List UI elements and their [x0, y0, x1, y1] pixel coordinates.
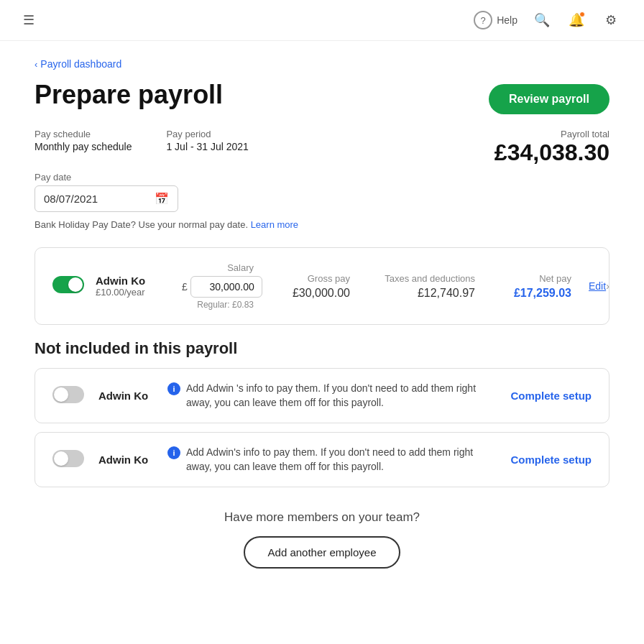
pay-schedule-block: Pay schedule Monthly pay schedule — [34, 129, 132, 152]
bank-holiday-text: Bank Holiday Pay Date? Use your normal p… — [34, 219, 248, 230]
edit-link[interactable]: Edit — [589, 280, 606, 292]
main-content: ‹ Payroll dashboard Prepare payroll Revi… — [0, 41, 644, 615]
salary-input[interactable] — [190, 276, 262, 298]
not-included-toggle-2[interactable] — [52, 450, 84, 467]
payroll-total-value: £34,038.30 — [494, 139, 610, 166]
notification-dot — [579, 12, 585, 17]
pay-date-input[interactable]: 08/07/2021 📅 — [34, 185, 178, 212]
employee-name: Adwin Ko — [96, 275, 182, 287]
bank-holiday-note: Bank Holiday Pay Date? Use your normal p… — [34, 219, 610, 230]
edit-chevron-icon: › — [606, 280, 610, 292]
pay-date-row: Pay date 08/07/2021 📅 — [34, 172, 610, 212]
payroll-total-block: Payroll total £34,038.30 — [494, 129, 610, 166]
employee-toggle[interactable] — [52, 276, 84, 293]
taxes-value: £12,740.97 — [367, 287, 475, 300]
learn-more-link[interactable]: Learn more — [251, 219, 298, 230]
bottom-cta: Have more members on your team? Add anot… — [34, 510, 610, 597]
not-included-info-2: i Add Adwin's info to pay them. If you d… — [167, 446, 499, 474]
salary-header: Salary — [182, 262, 254, 273]
pay-period-block: Pay period 1 Jul - 31 Jul 2021 — [166, 129, 248, 152]
help-icon: ? — [474, 11, 492, 29]
hamburger-icon[interactable]: ☰ — [23, 12, 34, 28]
employee-row: Adwin Ko £10.00/year Salary £ Regular: £… — [52, 262, 592, 310]
net-pay-header: Net pay — [492, 273, 571, 284]
complete-setup-button-1[interactable]: Complete setup — [510, 390, 592, 402]
help-link[interactable]: ? Help — [474, 11, 518, 29]
breadcrumb-arrow: ‹ — [34, 59, 37, 70]
complete-setup-button-2[interactable]: Complete setup — [510, 454, 592, 466]
salary-col: Salary £ Regular: £0.83 — [182, 262, 254, 310]
page-title: Prepare payroll — [34, 80, 223, 110]
pay-schedule-value: Monthly pay schedule — [34, 141, 132, 152]
pay-date-value: 08/07/2021 — [44, 193, 98, 205]
info-icon-1: i — [167, 382, 180, 395]
gross-pay-col: Gross pay £30,000.00 — [271, 273, 350, 300]
gross-pay-header: Gross pay — [271, 273, 350, 284]
pay-schedule-label: Pay schedule — [34, 129, 132, 139]
page-title-row: Prepare payroll Review payroll — [34, 80, 610, 114]
not-included-toggle-col-2 — [52, 450, 84, 470]
salary-regular: Regular: £0.83 — [182, 300, 254, 310]
settings-icon: ⚙ — [605, 12, 617, 28]
not-included-toggle-col-1 — [52, 386, 84, 406]
settings-button[interactable]: ⚙ — [601, 10, 621, 30]
taxes-header: Taxes and deductions — [367, 273, 475, 284]
bottom-cta-text: Have more members on your team? — [34, 510, 610, 525]
info-icon-2: i — [167, 446, 180, 459]
search-icon: 🔍 — [534, 12, 550, 28]
included-employee-card: Adwin Ko £10.00/year Salary £ Regular: £… — [34, 247, 610, 325]
not-included-info-1: i Add Adwin 's info to pay them. If you … — [167, 382, 499, 410]
taxes-col: Taxes and deductions £12,740.97 — [367, 273, 475, 300]
net-pay-value: £17,259.03 — [492, 287, 571, 300]
header: ☰ ? Help 🔍 🔔 ⚙ — [0, 0, 644, 41]
not-included-card-1: Adwin Ko i Add Adwin 's info to pay them… — [34, 368, 610, 423]
not-included-text-1: Add Adwin 's info to pay them. If you do… — [186, 382, 499, 410]
gross-pay-value: £30,000.00 — [271, 287, 350, 300]
not-included-card-2: Adwin Ko i Add Adwin's info to pay them.… — [34, 432, 610, 487]
net-pay-col: Net pay £17,259.03 — [492, 273, 571, 300]
breadcrumb[interactable]: ‹ Payroll dashboard — [34, 58, 610, 70]
not-included-name-1: Adwin Ko — [98, 390, 156, 402]
not-included-toggle-1[interactable] — [52, 386, 84, 403]
pay-period-value: 1 Jul - 31 Jul 2021 — [166, 141, 248, 152]
add-employee-button[interactable]: Add another employee — [244, 536, 401, 569]
not-included-text-2: Add Adwin's info to pay them. If you don… — [186, 446, 499, 474]
payroll-total-label: Payroll total — [494, 129, 610, 139]
pay-period-label: Pay period — [166, 129, 248, 139]
search-button[interactable]: 🔍 — [532, 10, 552, 30]
salary-currency: £ — [182, 281, 188, 293]
review-payroll-button[interactable]: Review payroll — [489, 84, 610, 114]
breadcrumb-text: Payroll dashboard — [40, 58, 121, 70]
not-included-name-2: Adwin Ko — [98, 454, 156, 466]
not-included-title: Not included in this payroll — [34, 339, 610, 358]
employee-sub: £10.00/year — [96, 287, 182, 298]
employee-toggle-col — [52, 276, 84, 296]
calendar-icon: 📅 — [155, 192, 169, 206]
salary-input-wrap: £ — [182, 276, 254, 298]
employee-name-col: Adwin Ko £10.00/year — [96, 275, 182, 298]
pay-date-label: Pay date — [34, 172, 610, 183]
not-included-section: Not included in this payroll Adwin Ko i … — [34, 339, 610, 487]
help-label: Help — [497, 14, 518, 26]
notification-button[interactable]: 🔔 — [566, 10, 586, 30]
